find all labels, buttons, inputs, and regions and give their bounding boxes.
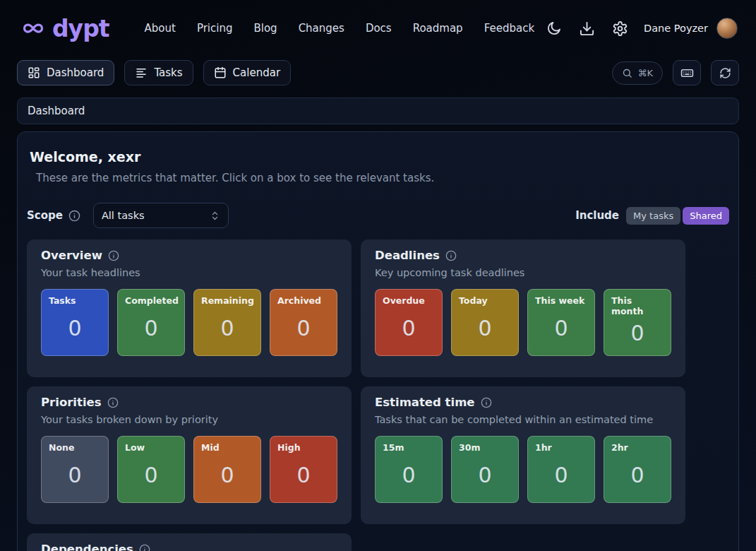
calendar-icon [214, 66, 227, 79]
card-subtitle: Key upcoming task deadlines [375, 267, 671, 278]
infinity-icon [18, 18, 48, 39]
nav-link-pricing[interactable]: Pricing [197, 22, 233, 35]
card-header: Deadlines [375, 249, 671, 262]
card-subtitle: Tasks that can be completed within an es… [375, 414, 671, 425]
stat-box[interactable]: Low 0 [117, 436, 185, 503]
main-panel: Welcome, xexr These are the metrics that… [17, 131, 739, 551]
stat-value: 0 [49, 306, 101, 350]
card-stats: Tasks 0 Completed 0 Remaining 0 Archived… [41, 289, 337, 356]
refresh-button[interactable] [711, 60, 739, 85]
card-info-icon[interactable] [445, 250, 457, 261]
welcome-title: Welcome, xexr [30, 149, 729, 165]
stat-box[interactable]: This month 0 [604, 289, 671, 356]
theme-moon-icon[interactable] [544, 19, 563, 38]
scope-info-icon[interactable] [68, 210, 80, 222]
stat-value: 0 [125, 453, 177, 497]
card-subtitle: Your task headlines [41, 267, 337, 278]
keyboard-icon [680, 66, 694, 80]
stat-value: 0 [611, 316, 664, 350]
stat-label: Archived [277, 295, 330, 306]
refresh-icon [719, 67, 731, 79]
breadcrumb-title: Dashboard [28, 105, 85, 117]
card-title: Priorities [41, 396, 102, 409]
stat-box[interactable]: Archived 0 [270, 289, 337, 356]
stat-value: 0 [535, 306, 587, 350]
scope-row: Scope All tasks Include My tasks Shared [27, 203, 729, 228]
card-header: Dependencies [41, 543, 337, 551]
include-shared-toggle[interactable]: Shared [683, 207, 729, 225]
card-subtitle: Your tasks broken down by priority [41, 414, 337, 425]
stat-value: 0 [383, 453, 435, 497]
tab-calendar-label: Calendar [233, 66, 280, 79]
stat-box[interactable]: Today 0 [451, 289, 519, 356]
include-toggle: My tasks Shared [626, 207, 729, 225]
scope-label: Scope [27, 209, 63, 222]
main-nav: About Pricing Blog Changes Docs Roadmap … [145, 22, 535, 35]
stat-box[interactable]: Mid 0 [193, 436, 261, 503]
stat-label: 1hr [535, 442, 587, 453]
card-info-icon[interactable] [107, 397, 119, 408]
tab-tasks-label: Tasks [154, 66, 182, 79]
stat-label: 30m [459, 442, 511, 453]
tab-calendar[interactable]: Calendar [203, 60, 291, 85]
nav-link-feedback[interactable]: Feedback [484, 22, 534, 35]
settings-gear-icon[interactable] [611, 19, 630, 38]
tab-dashboard[interactable]: Dashboard [17, 60, 114, 85]
stat-label: This week [535, 295, 587, 306]
card-header: Priorities [41, 396, 337, 409]
stat-box[interactable]: 2hr 0 [604, 436, 671, 503]
stat-value: 0 [611, 453, 664, 497]
card-info-icon[interactable] [139, 544, 150, 551]
stat-value: 0 [49, 453, 101, 497]
brand-logo[interactable]: dypt [18, 15, 109, 42]
nav-link-blog[interactable]: Blog [253, 22, 277, 35]
stat-value: 0 [125, 306, 177, 350]
user-name: Dane Poyzer [644, 23, 708, 34]
stat-box[interactable]: 15m 0 [375, 436, 443, 503]
search-button[interactable]: ⌘K [612, 61, 663, 85]
tasks-list-icon [135, 66, 148, 79]
stat-box[interactable]: 1hr 0 [527, 436, 595, 503]
account-button[interactable]: Dane Poyzer [644, 18, 738, 39]
scope-select[interactable]: All tasks [93, 203, 229, 228]
nav-link-about[interactable]: About [145, 22, 176, 35]
welcome-subtitle: These are the metrics that matter. Click… [36, 172, 729, 184]
include-group: Include My tasks Shared [575, 207, 729, 225]
nav-link-docs[interactable]: Docs [366, 22, 392, 35]
stat-label: This month [611, 295, 664, 316]
stat-box[interactable]: Remaining 0 [193, 289, 261, 356]
stat-label: Completed [125, 295, 177, 306]
tab-tasks[interactable]: Tasks [124, 60, 193, 85]
search-shortcut: ⌘K [637, 68, 653, 78]
header-right: Dane Poyzer [544, 18, 738, 39]
avatar [716, 18, 738, 39]
include-my-tasks-toggle[interactable]: My tasks [626, 207, 680, 225]
card-header: Overview [41, 249, 337, 262]
stat-label: Remaining [201, 295, 253, 306]
stat-label: 15m [383, 442, 435, 453]
nav-link-roadmap[interactable]: Roadmap [413, 22, 463, 35]
card-header: Estimated time [375, 396, 671, 409]
card-info-icon[interactable] [108, 250, 119, 261]
stat-box[interactable]: High 0 [270, 436, 337, 503]
stat-box[interactable]: Completed 0 [117, 289, 185, 356]
stat-box[interactable]: None 0 [41, 436, 109, 503]
stat-box[interactable]: Overdue 0 [375, 289, 443, 356]
keyboard-shortcuts-button[interactable] [673, 60, 701, 85]
stat-box[interactable]: 30m 0 [451, 436, 519, 503]
stat-box[interactable]: This week 0 [527, 289, 595, 356]
download-icon[interactable] [577, 19, 596, 38]
metric-card: Priorities Your tasks broken down by pri… [27, 386, 352, 524]
card-info-icon[interactable] [481, 397, 492, 408]
dashboard-icon [28, 66, 40, 79]
scope-selected-value: All tasks [102, 210, 145, 221]
stat-label: None [49, 442, 101, 453]
stat-label: Tasks [49, 295, 101, 306]
stat-box[interactable]: Tasks 0 [41, 289, 109, 356]
card-title: Estimated time [375, 396, 475, 409]
stat-value: 0 [277, 306, 330, 350]
stat-value: 0 [383, 306, 435, 350]
stat-label: High [277, 442, 330, 453]
metric-card: Deadlines Key upcoming task deadlines Ov… [361, 239, 685, 377]
nav-link-changes[interactable]: Changes [299, 22, 344, 35]
